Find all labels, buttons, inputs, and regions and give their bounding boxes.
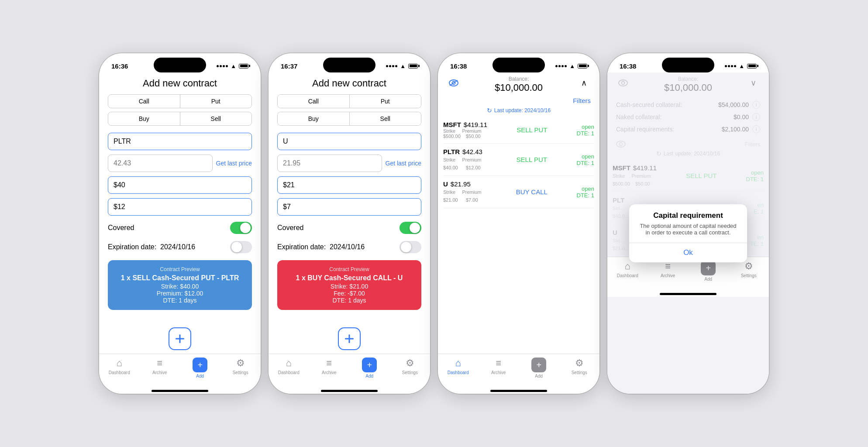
contract-info-msft-3: MSFT $419.11 Strike Premium $500.00 $50.…	[443, 121, 487, 139]
add-fab-2	[269, 325, 430, 354]
ticker-input-1[interactable]	[108, 133, 252, 150]
visibility-toggle-3[interactable]	[447, 76, 461, 90]
status-bar-3: 16:38 ▲	[438, 53, 599, 72]
price-u-3: $21.95	[451, 180, 471, 188]
covered-row-2: Covered	[277, 220, 421, 236]
tab-add-2[interactable]: + Add	[349, 358, 390, 378]
house-icon-3: ⌂	[455, 358, 461, 369]
battery-icon-2	[408, 64, 418, 69]
tab-add-1[interactable]: + Add	[180, 358, 220, 378]
list-icon-3: ≡	[496, 358, 501, 369]
home-bar-1	[99, 385, 261, 394]
tab-settings-2[interactable]: ⚙ Settings	[390, 358, 431, 375]
chevron-up-3[interactable]: ∧	[577, 76, 591, 90]
price-input-2[interactable]	[277, 155, 382, 172]
ticker-u-3: U	[443, 180, 448, 188]
call-put-control-2: Call Put	[277, 94, 421, 108]
call-put-group-2: Call Put Buy Sell	[269, 93, 430, 131]
sell-btn-1[interactable]: Sell	[180, 112, 252, 125]
ticker-input-2[interactable]	[277, 133, 421, 150]
preview-premium-1: Premium: $12.00	[114, 290, 246, 297]
premium-input-2[interactable]	[277, 198, 421, 216]
tab-archive-2[interactable]: ≡ Archive	[309, 358, 350, 375]
add-contract-btn-1[interactable]	[169, 327, 191, 350]
dynamic-island-1	[154, 58, 206, 72]
signal-icon-1	[217, 65, 228, 67]
tab-dashboard-3[interactable]: ⌂ Dashboard	[438, 358, 479, 375]
screen-title-1: Add new contract	[99, 72, 261, 93]
modal-ok-btn-4[interactable]: Ok	[629, 243, 747, 262]
premium-input-1[interactable]	[108, 198, 252, 216]
add-tab-icon-2: +	[362, 358, 377, 372]
call-btn-1[interactable]: Call	[108, 95, 180, 108]
preview-strike-1: Strike: $40.00	[114, 283, 246, 290]
put-btn-1[interactable]: Put	[180, 95, 252, 108]
contract-item-pltr-3[interactable]: PLTR $42.43 Strike Premium $40.00 $12.00…	[443, 144, 594, 176]
gear-icon-3: ⚙	[575, 358, 584, 369]
tab-archive-3[interactable]: ≡ Archive	[479, 358, 519, 375]
strike-input-1[interactable]	[108, 176, 252, 194]
tab-bar-3: ⌂ Dashboard ≡ Archive + Add ⚙ Settings	[438, 354, 599, 385]
buy-sell-control-1: Buy Sell	[108, 112, 252, 126]
expiration-row-2: Expiration date: 2024/10/16	[277, 239, 421, 255]
tab-settings-3[interactable]: ⚙ Settings	[559, 358, 600, 375]
sub-pltr-3: Strike Premium	[443, 157, 481, 162]
balance-section-3: Balance: $10,000.00	[461, 76, 577, 93]
phone-1: 16:36 ▲ Add new contract Call Put Buy Se…	[99, 53, 261, 394]
tab-dashboard-1[interactable]: ⌂ Dashboard	[99, 358, 140, 375]
status-icons-2: ▲	[386, 63, 418, 69]
strike-val-msft-3: $500.00 $50.00	[443, 134, 481, 139]
add-tab-icon-1: +	[193, 358, 207, 372]
balance-label-3: Balance:	[461, 76, 577, 82]
price-row-1: Get last price	[108, 155, 252, 172]
eye-icon-3	[449, 79, 458, 86]
vals-pltr-3: $40.00 $12.00	[443, 165, 481, 170]
strike-label-msft-3: Strike Premium	[443, 128, 481, 134]
plus-icon-1	[174, 333, 186, 345]
home-bar-3	[438, 385, 599, 394]
strike-input-2[interactable]	[277, 176, 421, 194]
preview-label-1: Contract Preview	[114, 266, 246, 272]
expiration-toggle-2[interactable]	[400, 241, 421, 253]
price-input-1[interactable]	[108, 155, 213, 172]
get-last-price-btn-2[interactable]: Get last price	[386, 160, 421, 167]
signal-icon-3	[555, 65, 567, 67]
tab-settings-1[interactable]: ⚙ Settings	[220, 358, 261, 375]
expiration-row-1: Expiration date: 2024/10/16	[108, 239, 252, 255]
add-contract-btn-2[interactable]	[338, 327, 361, 350]
covered-toggle-1[interactable]	[230, 222, 252, 234]
buy-btn-2[interactable]: Buy	[278, 112, 349, 125]
covered-toggle-2[interactable]	[400, 222, 421, 234]
contract-preview-1: Contract Preview 1 x SELL Cash-Secured P…	[108, 260, 252, 310]
put-btn-2[interactable]: Put	[349, 95, 421, 108]
tab-dashboard-label-2: Dashboard	[278, 370, 300, 375]
tab-dashboard-2[interactable]: ⌂ Dashboard	[269, 358, 309, 375]
screen-add-2: Add new contract Call Put Buy Sell Get l…	[269, 72, 430, 394]
tab-add-label-2: Add	[365, 374, 373, 378]
sell-btn-2[interactable]: Sell	[349, 112, 421, 125]
last-update-label-3: Last update: 2024/10/16	[494, 107, 551, 113]
tab-add-label-1: Add	[196, 374, 204, 378]
buy-sell-control-2: Buy Sell	[277, 112, 421, 126]
contract-item-msft-3[interactable]: MSFT $419.11 Strike Premium $500.00 $50.…	[443, 117, 594, 144]
filters-btn-3[interactable]: Filters	[438, 95, 599, 106]
modal-body-4: The optional amount of capital needed in…	[629, 223, 747, 243]
refresh-icon-3: ↻	[487, 107, 492, 114]
contract-item-u-3[interactable]: U $21.95 Strike Premium $21.00 $7.00 BUY…	[443, 176, 594, 208]
expiration-label-2: Expiration date: 2024/10/16	[277, 243, 365, 251]
svg-rect-3	[345, 338, 354, 340]
tab-archive-label-2: Archive	[322, 370, 336, 375]
expiration-toggle-1[interactable]	[230, 241, 252, 253]
contract-info-u-3: U $21.95 Strike Premium $21.00 $7.00	[443, 180, 487, 203]
covered-label-1: Covered	[108, 224, 134, 232]
wifi-icon-4: ▲	[739, 63, 744, 69]
add-fab-1	[99, 325, 261, 354]
buy-btn-1[interactable]: Buy	[108, 112, 180, 125]
call-btn-2[interactable]: Call	[278, 95, 349, 108]
get-last-price-btn-1[interactable]: Get last price	[216, 160, 252, 167]
tab-bar-1: ⌂ Dashboard ≡ Archive + Add ⚙ Settings	[99, 354, 261, 385]
tab-add-3[interactable]: + Add	[519, 358, 559, 378]
preview-dte-1: DTE: 1 days	[114, 297, 246, 304]
tab-archive-1[interactable]: ≡ Archive	[140, 358, 180, 375]
preview-fee-2: Fee: -$7.00	[283, 290, 415, 297]
